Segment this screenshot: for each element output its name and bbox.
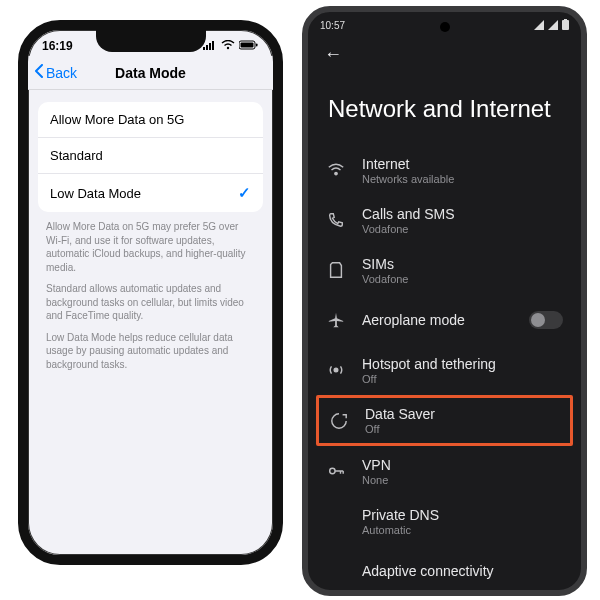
android-frame: 10:57 ← Network and Internet [302, 6, 587, 596]
desc-paragraph: Allow More Data on 5G may prefer 5G over… [46, 220, 255, 274]
item-subtitle: Off [365, 423, 560, 435]
item-title: SIMs [362, 256, 563, 272]
item-title: Calls and SMS [362, 206, 563, 222]
option-label: Allow More Data on 5G [50, 112, 184, 127]
ios-status-right [203, 39, 259, 53]
settings-item-sims[interactable]: SIMs Vodafone [308, 245, 581, 295]
item-subtitle: Automatic [362, 524, 563, 536]
options-description: Allow More Data on 5G may prefer 5G over… [46, 220, 255, 371]
item-title: Private DNS [362, 507, 563, 523]
settings-item-calls-sms[interactable]: Calls and SMS Vodafone [308, 195, 581, 245]
item-title: Internet [362, 156, 563, 172]
item-title: Adaptive connectivity [362, 563, 563, 579]
iphone-frame: 16:19 Back Data Mode [18, 20, 283, 565]
item-subtitle: Networks available [362, 173, 563, 185]
wifi-icon [221, 39, 235, 53]
option-low-data-mode[interactable]: Low Data Mode ✓ [38, 174, 263, 212]
svg-rect-7 [256, 44, 258, 47]
item-subtitle: Vodafone [362, 223, 563, 235]
item-title: Data Saver [365, 406, 560, 422]
item-title: VPN [362, 457, 563, 473]
signal-icon [548, 20, 558, 32]
android-camera-punch [440, 22, 450, 32]
signal-icon [203, 39, 217, 53]
settings-item-adaptive[interactable]: Adaptive connectivity [308, 546, 581, 596]
page-title: Data Mode [28, 65, 273, 81]
key-icon [326, 461, 346, 481]
hotspot-icon [326, 360, 346, 380]
battery-icon [239, 39, 259, 53]
svg-rect-9 [564, 19, 567, 21]
svg-point-10 [335, 172, 337, 174]
airplane-icon [326, 310, 346, 330]
android-status-right [534, 19, 569, 32]
settings-item-private-dns[interactable]: Private DNS Automatic [308, 496, 581, 546]
svg-point-4 [227, 47, 229, 49]
option-allow-more-5g[interactable]: Allow More Data on 5G [38, 102, 263, 138]
svg-rect-0 [203, 47, 205, 50]
item-title: Aeroplane mode [362, 312, 513, 328]
item-subtitle: Off [362, 373, 563, 385]
settings-item-vpn[interactable]: VPN None [308, 446, 581, 496]
svg-rect-3 [212, 41, 214, 50]
desc-paragraph: Low Data Mode helps reduce cellular data… [46, 331, 255, 372]
option-standard[interactable]: Standard [38, 138, 263, 174]
android-time: 10:57 [320, 20, 345, 31]
checkmark-icon: ✓ [238, 184, 251, 202]
item-subtitle: None [362, 474, 563, 486]
desc-paragraph: Standard allows automatic updates and ba… [46, 282, 255, 323]
option-label: Standard [50, 148, 103, 163]
iphone-notch [96, 30, 206, 52]
arrow-left-icon: ← [324, 44, 342, 64]
battery-icon [562, 19, 569, 32]
sim-icon [326, 260, 346, 280]
settings-item-hotspot[interactable]: Hotspot and tethering Off [308, 345, 581, 395]
settings-item-data-saver[interactable]: Data Saver Off [327, 406, 560, 435]
wifi-icon [326, 160, 346, 180]
ios-time: 16:19 [42, 39, 73, 53]
item-title: Hotspot and tethering [362, 356, 563, 372]
data-saver-icon [329, 411, 349, 431]
option-label: Low Data Mode [50, 186, 141, 201]
android-back-button[interactable]: ← [308, 34, 581, 65]
svg-point-11 [334, 368, 338, 372]
svg-point-12 [330, 468, 335, 473]
phone-icon [326, 210, 346, 230]
svg-rect-2 [209, 43, 211, 50]
signal-icon [534, 20, 544, 32]
aeroplane-toggle[interactable] [529, 311, 563, 329]
highlight-box: Data Saver Off [316, 395, 573, 446]
ios-nav-bar: Back Data Mode [28, 56, 273, 90]
item-subtitle: Vodafone [362, 273, 563, 285]
svg-rect-1 [206, 45, 208, 50]
svg-rect-6 [241, 43, 254, 48]
settings-item-aeroplane[interactable]: Aeroplane mode [308, 295, 581, 345]
page-heading: Network and Internet [308, 65, 581, 145]
data-mode-options: Allow More Data on 5G Standard Low Data … [38, 102, 263, 212]
svg-rect-8 [562, 20, 569, 30]
settings-item-internet[interactable]: Internet Networks available [308, 145, 581, 195]
